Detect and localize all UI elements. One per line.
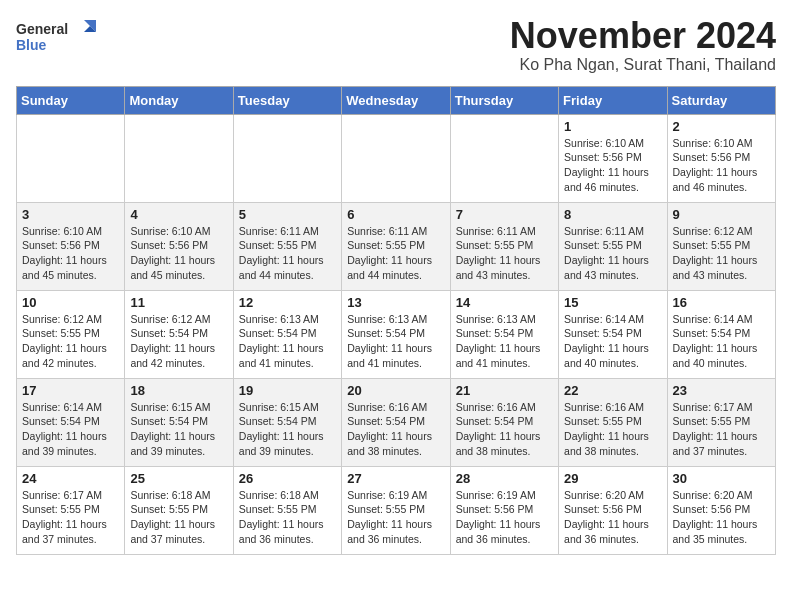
day-info: Sunrise: 6:12 AM Sunset: 5:54 PM Dayligh… — [130, 312, 227, 371]
day-number: 20 — [347, 383, 444, 398]
calendar-cell: 7Sunrise: 6:11 AM Sunset: 5:55 PM Daylig… — [450, 202, 558, 290]
day-number: 5 — [239, 207, 336, 222]
day-number: 19 — [239, 383, 336, 398]
day-number: 3 — [22, 207, 119, 222]
day-info: Sunrise: 6:20 AM Sunset: 5:56 PM Dayligh… — [673, 488, 770, 547]
day-number: 29 — [564, 471, 661, 486]
day-info: Sunrise: 6:10 AM Sunset: 5:56 PM Dayligh… — [564, 136, 661, 195]
day-number: 26 — [239, 471, 336, 486]
day-info: Sunrise: 6:15 AM Sunset: 5:54 PM Dayligh… — [239, 400, 336, 459]
calendar-week-3: 10Sunrise: 6:12 AM Sunset: 5:55 PM Dayli… — [17, 290, 776, 378]
day-info: Sunrise: 6:19 AM Sunset: 5:56 PM Dayligh… — [456, 488, 553, 547]
calendar-cell: 28Sunrise: 6:19 AM Sunset: 5:56 PM Dayli… — [450, 466, 558, 554]
calendar-body: 1Sunrise: 6:10 AM Sunset: 5:56 PM Daylig… — [17, 114, 776, 554]
day-info: Sunrise: 6:10 AM Sunset: 5:56 PM Dayligh… — [22, 224, 119, 283]
calendar-cell: 14Sunrise: 6:13 AM Sunset: 5:54 PM Dayli… — [450, 290, 558, 378]
day-info: Sunrise: 6:13 AM Sunset: 5:54 PM Dayligh… — [347, 312, 444, 371]
calendar-week-5: 24Sunrise: 6:17 AM Sunset: 5:55 PM Dayli… — [17, 466, 776, 554]
calendar-cell — [450, 114, 558, 202]
calendar-week-4: 17Sunrise: 6:14 AM Sunset: 5:54 PM Dayli… — [17, 378, 776, 466]
calendar-cell: 6Sunrise: 6:11 AM Sunset: 5:55 PM Daylig… — [342, 202, 450, 290]
day-info: Sunrise: 6:17 AM Sunset: 5:55 PM Dayligh… — [22, 488, 119, 547]
day-info: Sunrise: 6:15 AM Sunset: 5:54 PM Dayligh… — [130, 400, 227, 459]
svg-text:Blue: Blue — [16, 37, 47, 53]
day-info: Sunrise: 6:11 AM Sunset: 5:55 PM Dayligh… — [347, 224, 444, 283]
day-number: 2 — [673, 119, 770, 134]
day-info: Sunrise: 6:12 AM Sunset: 5:55 PM Dayligh… — [22, 312, 119, 371]
calendar-cell: 18Sunrise: 6:15 AM Sunset: 5:54 PM Dayli… — [125, 378, 233, 466]
calendar-cell: 27Sunrise: 6:19 AM Sunset: 5:55 PM Dayli… — [342, 466, 450, 554]
svg-text:General: General — [16, 21, 68, 37]
day-number: 13 — [347, 295, 444, 310]
day-info: Sunrise: 6:16 AM Sunset: 5:54 PM Dayligh… — [347, 400, 444, 459]
day-number: 27 — [347, 471, 444, 486]
calendar-cell: 30Sunrise: 6:20 AM Sunset: 5:56 PM Dayli… — [667, 466, 775, 554]
day-info: Sunrise: 6:14 AM Sunset: 5:54 PM Dayligh… — [22, 400, 119, 459]
day-number: 22 — [564, 383, 661, 398]
calendar-header: SundayMondayTuesdayWednesdayThursdayFrid… — [17, 86, 776, 114]
calendar-table: SundayMondayTuesdayWednesdayThursdayFrid… — [16, 86, 776, 555]
calendar-cell: 16Sunrise: 6:14 AM Sunset: 5:54 PM Dayli… — [667, 290, 775, 378]
day-info: Sunrise: 6:10 AM Sunset: 5:56 PM Dayligh… — [673, 136, 770, 195]
calendar-cell: 24Sunrise: 6:17 AM Sunset: 5:55 PM Dayli… — [17, 466, 125, 554]
day-number: 18 — [130, 383, 227, 398]
calendar-cell: 11Sunrise: 6:12 AM Sunset: 5:54 PM Dayli… — [125, 290, 233, 378]
calendar-cell: 3Sunrise: 6:10 AM Sunset: 5:56 PM Daylig… — [17, 202, 125, 290]
day-info: Sunrise: 6:12 AM Sunset: 5:55 PM Dayligh… — [673, 224, 770, 283]
calendar-cell: 2Sunrise: 6:10 AM Sunset: 5:56 PM Daylig… — [667, 114, 775, 202]
day-number: 17 — [22, 383, 119, 398]
calendar-cell: 13Sunrise: 6:13 AM Sunset: 5:54 PM Dayli… — [342, 290, 450, 378]
calendar-cell: 12Sunrise: 6:13 AM Sunset: 5:54 PM Dayli… — [233, 290, 341, 378]
day-number: 9 — [673, 207, 770, 222]
calendar-cell: 20Sunrise: 6:16 AM Sunset: 5:54 PM Dayli… — [342, 378, 450, 466]
logo: General Blue — [16, 16, 96, 60]
day-info: Sunrise: 6:16 AM Sunset: 5:54 PM Dayligh… — [456, 400, 553, 459]
day-info: Sunrise: 6:20 AM Sunset: 5:56 PM Dayligh… — [564, 488, 661, 547]
weekday-header-monday: Monday — [125, 86, 233, 114]
day-info: Sunrise: 6:13 AM Sunset: 5:54 PM Dayligh… — [456, 312, 553, 371]
day-info: Sunrise: 6:14 AM Sunset: 5:54 PM Dayligh… — [564, 312, 661, 371]
calendar-cell: 15Sunrise: 6:14 AM Sunset: 5:54 PM Dayli… — [559, 290, 667, 378]
day-number: 15 — [564, 295, 661, 310]
day-number: 21 — [456, 383, 553, 398]
calendar-cell: 9Sunrise: 6:12 AM Sunset: 5:55 PM Daylig… — [667, 202, 775, 290]
title-section: November 2024 Ko Pha Ngan, Surat Thani, … — [510, 16, 776, 74]
day-info: Sunrise: 6:17 AM Sunset: 5:55 PM Dayligh… — [673, 400, 770, 459]
calendar-cell: 22Sunrise: 6:16 AM Sunset: 5:55 PM Dayli… — [559, 378, 667, 466]
calendar-cell: 23Sunrise: 6:17 AM Sunset: 5:55 PM Dayli… — [667, 378, 775, 466]
calendar-cell — [125, 114, 233, 202]
month-title: November 2024 — [510, 16, 776, 56]
calendar-cell — [17, 114, 125, 202]
calendar-cell: 10Sunrise: 6:12 AM Sunset: 5:55 PM Dayli… — [17, 290, 125, 378]
calendar-cell: 21Sunrise: 6:16 AM Sunset: 5:54 PM Dayli… — [450, 378, 558, 466]
day-info: Sunrise: 6:18 AM Sunset: 5:55 PM Dayligh… — [130, 488, 227, 547]
calendar-cell — [233, 114, 341, 202]
calendar-cell: 5Sunrise: 6:11 AM Sunset: 5:55 PM Daylig… — [233, 202, 341, 290]
calendar-week-1: 1Sunrise: 6:10 AM Sunset: 5:56 PM Daylig… — [17, 114, 776, 202]
header: General Blue November 2024 Ko Pha Ngan, … — [16, 16, 776, 74]
weekday-header-friday: Friday — [559, 86, 667, 114]
day-number: 6 — [347, 207, 444, 222]
calendar-cell: 4Sunrise: 6:10 AM Sunset: 5:56 PM Daylig… — [125, 202, 233, 290]
day-number: 16 — [673, 295, 770, 310]
calendar-cell: 1Sunrise: 6:10 AM Sunset: 5:56 PM Daylig… — [559, 114, 667, 202]
day-info: Sunrise: 6:11 AM Sunset: 5:55 PM Dayligh… — [456, 224, 553, 283]
location-title: Ko Pha Ngan, Surat Thani, Thailand — [510, 56, 776, 74]
weekday-header-sunday: Sunday — [17, 86, 125, 114]
logo-svg: General Blue — [16, 16, 96, 60]
day-number: 12 — [239, 295, 336, 310]
calendar-cell — [342, 114, 450, 202]
calendar-cell: 17Sunrise: 6:14 AM Sunset: 5:54 PM Dayli… — [17, 378, 125, 466]
day-number: 28 — [456, 471, 553, 486]
day-info: Sunrise: 6:10 AM Sunset: 5:56 PM Dayligh… — [130, 224, 227, 283]
day-number: 14 — [456, 295, 553, 310]
day-number: 11 — [130, 295, 227, 310]
calendar-cell: 8Sunrise: 6:11 AM Sunset: 5:55 PM Daylig… — [559, 202, 667, 290]
day-number: 10 — [22, 295, 119, 310]
day-number: 8 — [564, 207, 661, 222]
day-number: 4 — [130, 207, 227, 222]
day-number: 24 — [22, 471, 119, 486]
day-number: 23 — [673, 383, 770, 398]
weekday-header-tuesday: Tuesday — [233, 86, 341, 114]
day-info: Sunrise: 6:19 AM Sunset: 5:55 PM Dayligh… — [347, 488, 444, 547]
